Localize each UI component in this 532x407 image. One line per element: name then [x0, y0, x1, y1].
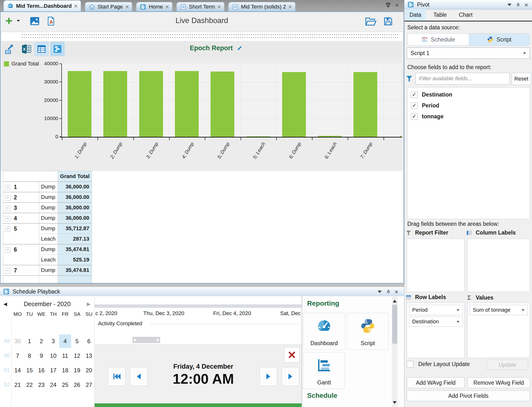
calendar-day[interactable]: 12	[71, 349, 83, 363]
calendar-day[interactable]: 11	[59, 349, 71, 363]
reporting-card-dashboard[interactable]: Dashboard	[303, 313, 345, 350]
field-chip-sum-of-tonnage[interactable]: Sum of tonnage	[470, 305, 528, 315]
pivot-tab-table[interactable]: Table	[429, 9, 451, 21]
collapse-toggle[interactable]: −	[5, 195, 10, 201]
tab-list-menu-icon[interactable]	[385, 3, 391, 8]
calendar-day[interactable]: 19	[71, 364, 83, 377]
chart-view-button[interactable]	[50, 42, 65, 56]
open-folder-icon[interactable]	[365, 17, 376, 26]
calendar-day[interactable]: 16	[35, 364, 47, 377]
edit-pencil-icon[interactable]	[236, 45, 243, 52]
calendar-day[interactable]: 14	[12, 364, 24, 377]
document-tab[interactable]: Short Term×	[176, 2, 224, 11]
calendar-day[interactable]: 6	[83, 334, 95, 348]
tab-close-icon[interactable]: ×	[74, 4, 77, 8]
tab-close-icon[interactable]: ×	[165, 4, 169, 9]
calendar-day[interactable]: 8	[24, 349, 35, 363]
reporting-card-script[interactable]: Script	[347, 313, 389, 350]
column-labels-dropzone[interactable]	[467, 239, 530, 292]
close-icon[interactable]: ×	[395, 289, 398, 294]
calendar-day[interactable]: 7	[12, 349, 24, 363]
reset-button[interactable]: Reset	[512, 73, 531, 85]
add-wavg-field-button[interactable]: Add WAvg Field	[407, 377, 465, 388]
calendar-day[interactable]: 1	[24, 334, 35, 348]
calendar-day[interactable]: 23	[35, 378, 47, 392]
chevron-down-icon[interactable]	[377, 289, 382, 294]
csv-export-icon[interactable]: CSV	[4, 43, 16, 55]
pin-icon[interactable]	[516, 2, 521, 7]
calendar-day[interactable]: 27	[83, 378, 95, 392]
calendar-day[interactable]: 21	[12, 378, 24, 392]
defer-layout-checkbox[interactable]	[407, 361, 413, 367]
source-option-script[interactable]: Script	[469, 34, 530, 45]
calendar-day[interactable]: 22	[24, 378, 35, 392]
tab-close-icon[interactable]: ×	[288, 4, 292, 9]
tab-close-icon[interactable]: ×	[125, 4, 129, 9]
document-tab[interactable]: Mid Term (solids) 2×	[228, 2, 295, 11]
gridline	[133, 64, 134, 137]
calendar-day[interactable]: 24	[47, 378, 59, 392]
scroll-up-icon[interactable]	[392, 298, 398, 304]
field-filter-input[interactable]	[416, 73, 510, 84]
close-document-icon[interactable]: ×	[395, 2, 399, 8]
document-tab[interactable]: Home×	[136, 2, 172, 11]
calendar-day[interactable]: 17	[47, 364, 59, 377]
add-pivot-fields-button[interactable]: Add Pivot Fields	[407, 391, 530, 401]
timeline-scrollbar[interactable]	[132, 337, 160, 343]
stop-button[interactable]	[284, 347, 300, 363]
calendar-day[interactable]: 26	[71, 378, 83, 392]
pivot-tab-chart[interactable]: Chart	[455, 9, 477, 21]
collapse-toggle[interactable]: −	[5, 206, 10, 211]
excel-export-icon[interactable]: X	[21, 43, 32, 55]
chevron-down-icon[interactable]	[507, 2, 512, 7]
remove-wavg-field-button[interactable]: Remove WAvg Field	[467, 377, 530, 388]
scroll-down-icon[interactable]	[392, 399, 398, 406]
close-icon[interactable]: ×	[524, 2, 528, 8]
document-tab[interactable]: Mid Term...Dashboard×	[3, 0, 81, 11]
report-table-area: Grand Total−1Dump36,000.00−2Dump36,000.0…	[0, 171, 403, 283]
collapse-toggle[interactable]: −	[5, 227, 10, 232]
script-selector[interactable]: Script 1	[407, 48, 530, 59]
calendar-day[interactable]: 5	[71, 334, 83, 348]
field-checkbox[interactable]: ✓	[411, 91, 417, 98]
pivot-tab-data[interactable]: Data	[405, 9, 426, 21]
source-option-schedule[interactable]: Schedule	[408, 34, 469, 45]
calendar-day[interactable]: 9	[35, 349, 47, 363]
calendar-day[interactable]: 13	[83, 349, 95, 363]
calendar-day[interactable]: 30	[12, 334, 24, 348]
calendar-day[interactable]: 2	[35, 334, 47, 348]
tab-label: Short Term	[189, 4, 215, 10]
calendar-day[interactable]: 15	[24, 364, 35, 377]
collapse-toggle[interactable]: −	[5, 216, 10, 221]
filter-funnel-icon[interactable]	[405, 74, 413, 83]
chevron-down-icon	[523, 52, 526, 54]
calendar-day[interactable]: 25	[59, 378, 71, 392]
calendar-day[interactable]: 20	[83, 364, 95, 377]
collapse-toggle[interactable]: −	[5, 247, 10, 253]
calendar-day[interactable]: 3	[47, 334, 59, 348]
collapse-toggle[interactable]: −	[5, 185, 10, 190]
calendar-day[interactable]: 18	[59, 364, 71, 377]
update-button[interactable]: Update	[487, 360, 528, 370]
pin-icon[interactable]	[386, 289, 391, 294]
collapse-toggle[interactable]: −	[5, 268, 10, 274]
report-filter-dropzone[interactable]	[407, 239, 465, 292]
field-chip-destination[interactable]: Destination	[409, 317, 463, 327]
field-checkbox[interactable]: ✓	[411, 102, 417, 109]
save-icon[interactable]	[383, 16, 393, 27]
gallery-scrollbar[interactable]	[392, 296, 398, 407]
collapsed-filter-band[interactable]	[1, 32, 403, 41]
document-tab[interactable]: Start Page×	[85, 2, 132, 11]
reporting-card-gantt[interactable]: Gantt	[303, 352, 345, 389]
values-dropzone[interactable]: Sum of tonnage	[467, 303, 530, 358]
calendar-day[interactable]: 10	[47, 349, 59, 363]
scrollbar-thumb[interactable]	[392, 305, 397, 344]
calendar-next-icon[interactable]: ▶	[87, 301, 90, 307]
field-checkbox[interactable]: ✓	[411, 113, 417, 120]
calendar-day[interactable]: 4	[59, 334, 71, 348]
row-labels-dropzone[interactable]: PeriodDestination	[407, 303, 465, 358]
field-chip-period[interactable]: Period	[409, 305, 463, 315]
schedule-playback-panel: Schedule Playback × ◀ December - 2020 ▶ …	[0, 287, 404, 407]
tab-close-icon[interactable]: ×	[217, 4, 221, 9]
table-view-button[interactable]	[34, 42, 49, 56]
